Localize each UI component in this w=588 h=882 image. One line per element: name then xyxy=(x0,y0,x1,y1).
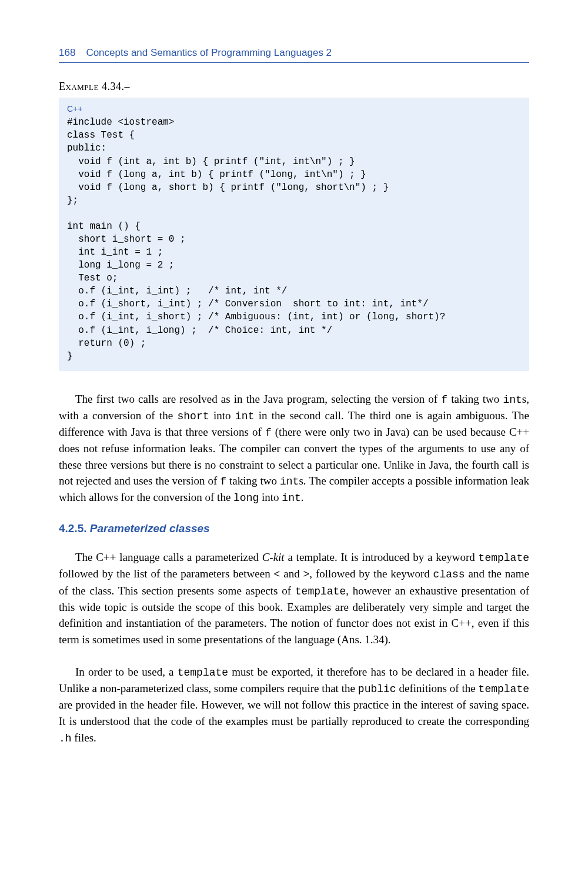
code-language-label: C++ xyxy=(67,103,521,115)
example-label: Example 4.34.– xyxy=(59,81,529,93)
example-number: 4.34.– xyxy=(99,81,130,92)
section-title: Parameterized classes xyxy=(90,522,210,534)
example-prefix: Example xyxy=(59,81,99,92)
page-number: 168 xyxy=(59,47,75,59)
running-header: 168 Concepts and Semantics of Programmin… xyxy=(59,47,529,59)
page: 168 Concepts and Semantics of Programmin… xyxy=(0,0,588,882)
code-block: C++#include <iostream> class Test { publ… xyxy=(59,98,529,371)
section-number: 4.2.5. xyxy=(59,522,87,534)
paragraph-2: The C++ language calls a parameterized C… xyxy=(59,549,529,647)
running-title: Concepts and Semantics of Programming La… xyxy=(86,47,332,59)
paragraph-3: In order to be used, a template must be … xyxy=(59,664,529,746)
section-heading: 4.2.5. Parameterized classes xyxy=(59,522,529,535)
paragraph-1: The first two calls are resolved as in t… xyxy=(59,391,529,506)
header-rule xyxy=(59,62,529,63)
code-content: #include <iostream> class Test { public:… xyxy=(67,117,445,361)
